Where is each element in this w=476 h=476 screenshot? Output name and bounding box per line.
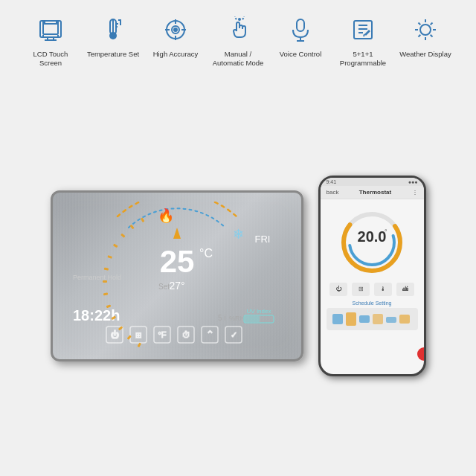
temp-set-label: Temperature Set (87, 50, 139, 59)
phone-back-btn[interactable]: back (327, 189, 339, 196)
svg-text:27°: 27° (169, 280, 184, 292)
svg-rect-74 (140, 217, 144, 222)
svg-text:✓: ✓ (230, 330, 237, 339)
phone-icon-4[interactable]: 🏙 (396, 283, 414, 296)
svg-text:⌃: ⌃ (205, 329, 213, 340)
programmable-label: 5+1+1 Programmable (336, 50, 390, 68)
thermostat-device[interactable]: 🔥 ❄ 25 °C Set 27° Permanent Hold 18:22h … (51, 190, 303, 361)
pencil-icon (347, 13, 379, 46)
svg-rect-19 (297, 19, 304, 31)
svg-rect-49 (245, 316, 260, 322)
svg-rect-1 (43, 24, 58, 34)
mic-icon (284, 13, 317, 46)
svg-rect-72 (120, 234, 126, 238)
thermometer-icon (97, 13, 129, 46)
svg-text:FRI: FRI (254, 234, 270, 245)
svg-text:⏻: ⏻ (110, 330, 118, 339)
svg-text:°: ° (385, 228, 387, 236)
svg-line-33 (431, 35, 433, 37)
svg-rect-68 (103, 280, 107, 283)
phone-icon-3[interactable]: 🌡 (374, 283, 392, 296)
phone-schedule-bar (327, 308, 418, 330)
svg-text:⊞: ⊞ (135, 331, 141, 339)
svg-point-27 (420, 25, 431, 35)
phone-main-area: 20.0 ° ⏻ ⊞ 🌡 🏙 Schedule Setting (321, 199, 424, 356)
feature-lcd: LCD Touch Screen (24, 13, 77, 68)
phone-schedule-label: Schedule Setting (353, 300, 392, 306)
svg-text:°F: °F (158, 330, 166, 339)
phone-title: Thermostat (359, 189, 392, 196)
thermostat-screen: 🔥 ❄ 25 °C Set 27° Permanent Hold 18:22h … (62, 202, 292, 350)
svg-line-35 (419, 35, 421, 37)
svg-rect-85 (399, 315, 410, 324)
svg-rect-80 (332, 314, 343, 324)
svg-marker-37 (173, 228, 181, 239)
svg-text:25: 25 (159, 244, 194, 279)
phone-icon-2[interactable]: ⊞ (352, 283, 370, 296)
voice-label: Voice Control (280, 50, 322, 59)
high-accuracy-label: High Accuracy (153, 50, 199, 59)
svg-rect-67 (103, 292, 107, 295)
svg-point-17 (174, 28, 177, 31)
svg-text:5 i: 5 i (218, 314, 226, 322)
crosshair-icon (159, 13, 192, 46)
svg-text:%RH: %RH (229, 315, 245, 322)
svg-rect-84 (386, 317, 396, 323)
svg-text:20.0: 20.0 (358, 228, 387, 245)
phone-icon-1[interactable]: ⏻ (329, 283, 347, 296)
manual-auto-label: Manual / Automatic Mode (211, 50, 265, 68)
feature-programmable: 5+1+1 Programmable (336, 13, 390, 68)
dial-svg: 🔥 ❄ 25 °C Set 27° Permanent Hold 18:22h … (62, 202, 292, 350)
svg-rect-71 (112, 243, 118, 248)
lcd-icon (34, 13, 67, 46)
sun-icon (409, 13, 442, 46)
touch-icon (222, 13, 254, 46)
phone-mockup: 9:41 ●●● back Thermostat ⋮ (318, 176, 426, 376)
feature-temp-set: Temperature Set (86, 13, 140, 59)
svg-line-34 (431, 23, 433, 25)
svg-text:UV Index: UV Index (246, 308, 271, 315)
svg-text:18:22h: 18:22h (73, 307, 120, 324)
svg-rect-69 (103, 268, 108, 271)
weather-label: Weather Display (399, 50, 451, 59)
svg-point-18 (238, 18, 241, 21)
svg-text:🔥: 🔥 (158, 208, 175, 224)
svg-text:°C: °C (199, 247, 213, 260)
svg-line-26 (364, 34, 364, 36)
svg-rect-70 (107, 255, 112, 259)
phone-app-header: back Thermostat ⋮ (321, 186, 424, 199)
svg-rect-63 (126, 335, 131, 340)
phone-bottom-icons: ⏻ ⊞ 🌡 🏙 (329, 283, 414, 296)
wind-icon: ❄ (233, 227, 244, 242)
feature-weather: Weather Display (399, 13, 452, 59)
main-section: 🔥 ❄ 25 °C Set 27° Permanent Hold 18:22h … (0, 76, 476, 476)
phone-dial[interactable]: 20.0 ° (338, 209, 405, 276)
feature-high-accuracy: High Accuracy (149, 13, 202, 59)
svg-rect-83 (373, 314, 383, 324)
svg-rect-81 (346, 312, 356, 326)
lcd-label: LCD Touch Screen (24, 50, 77, 68)
svg-text:Set: Set (158, 283, 170, 291)
svg-text:⏱: ⏱ (181, 330, 190, 339)
svg-text:Permanent Hold: Permanent Hold (73, 274, 121, 281)
feature-manual-auto: Manual / Automatic Mode (211, 13, 265, 68)
features-row: LCD Touch Screen Temperature Set (0, 0, 476, 76)
svg-rect-82 (359, 315, 370, 323)
feature-voice: Voice Control (274, 13, 327, 59)
svg-line-32 (419, 23, 421, 25)
phone-screen: 9:41 ●●● back Thermostat ⋮ (321, 178, 424, 374)
